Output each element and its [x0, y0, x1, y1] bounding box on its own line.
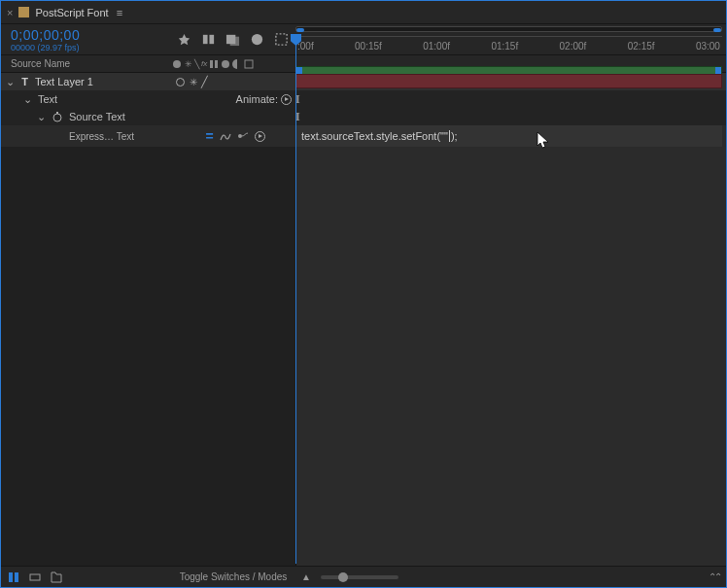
svg-rect-0 [203, 35, 208, 44]
time-ruler[interactable]: :00f 00:15f 01:00f 01:15f 02:00f 02:15f … [295, 24, 726, 55]
layer-switches[interactable]: ✳ ╱ [171, 73, 295, 90]
text-cursor [449, 130, 450, 142]
svg-point-9 [222, 60, 229, 68]
shy-switch-icon[interactable] [175, 77, 186, 87]
svg-rect-13 [56, 112, 58, 114]
expression-enable-icon[interactable]: = [205, 128, 213, 144]
svg-point-14 [238, 134, 242, 138]
close-tab-button[interactable]: × [7, 7, 13, 18]
composition-name[interactable]: PostScript Font [35, 7, 108, 18]
expression-row: Express… Text = text.sourceText.style.se… [1, 125, 726, 147]
text-property-label: Text [38, 93, 57, 105]
composition-tab-bar: × PostScript Font ≡ [1, 1, 726, 24]
motion-blur-icon[interactable] [225, 32, 240, 47]
switches-column-header: ✳╲ fx [171, 58, 295, 70]
frame-blend-icon[interactable] [201, 32, 216, 47]
animate-menu-button[interactable]: Animate: [236, 93, 292, 105]
3d-header-icon [244, 59, 254, 69]
expression-text-post: ); [451, 130, 458, 142]
time-ruler-ticks: :00f 00:15f 01:00f 01:15f 02:00f 02:15f … [295, 36, 722, 55]
svg-rect-8 [215, 60, 218, 68]
expression-graph-icon[interactable] [220, 130, 231, 142]
svg-rect-7 [210, 60, 213, 68]
time-navigator[interactable] [295, 26, 722, 32]
current-time-display[interactable]: 0;00;00;00 [11, 27, 161, 43]
shy-icon[interactable] [177, 32, 191, 47]
footer-toggle-icon-2[interactable] [28, 571, 42, 584]
svg-rect-16 [15, 572, 18, 582]
sourcetext-twirl-icon[interactable]: ⌄ [36, 112, 46, 121]
composition-icon [18, 7, 29, 17]
stopwatch-icon[interactable] [52, 111, 63, 122]
zoom-in-icon[interactable]: ⌃⌃ [709, 571, 720, 582]
render-queue-icon[interactable] [50, 571, 63, 584]
frame-blend-header-icon [209, 59, 219, 69]
zoom-out-icon[interactable]: ▲ [301, 571, 311, 582]
adjustment-header-icon [232, 59, 242, 69]
layer-duration-bar[interactable] [295, 74, 722, 88]
layer-row-text-layer-1[interactable]: ⌄ T Text Layer 1 ✳ ╱ [1, 73, 726, 90]
draft-3d-icon[interactable] [274, 32, 289, 47]
tab-menu-button[interactable]: ≡ [117, 7, 122, 18]
property-text-group: ⌄ Text Animate: I [1, 90, 726, 108]
text-layer-icon: T [18, 76, 31, 88]
layer-name[interactable]: Text Layer 1 [35, 76, 93, 87]
in-point-marker-icon: I [295, 110, 300, 124]
timeline-empty-area [1, 147, 726, 566]
source-text-label[interactable]: Source Text [69, 111, 125, 122]
svg-point-12 [53, 114, 61, 121]
animate-arrow-icon [281, 94, 292, 105]
text-twirl-icon[interactable]: ⌄ [22, 94, 32, 104]
svg-rect-5 [276, 34, 287, 45]
svg-rect-10 [245, 60, 253, 68]
svg-rect-1 [209, 35, 214, 44]
property-source-text: ⌄ Source Text I [1, 108, 726, 125]
footer-toggle-icon-1[interactable] [7, 571, 20, 584]
svg-rect-17 [30, 574, 40, 580]
expression-editor[interactable]: text.sourceText.style.setFont(""); [295, 125, 722, 147]
expression-language-menu-icon[interactable] [255, 131, 265, 142]
mouse-cursor-icon [537, 131, 550, 149]
frame-rate-display: 00000 (29.97 fps) [11, 43, 161, 52]
svg-rect-15 [9, 572, 13, 582]
timeline-header: 0;00;00;00 00000 (29.97 fps) :00f 00:15f… [1, 24, 726, 55]
svg-rect-3 [230, 37, 239, 46]
svg-point-11 [177, 78, 185, 86]
label-color-icon [171, 58, 183, 70]
in-point-marker-icon: I [295, 92, 300, 107]
expression-property-label: Express… Text [69, 131, 134, 142]
source-name-column[interactable]: Source Name [1, 58, 171, 69]
timeline-tool-icons [171, 32, 295, 47]
timeline-footer: Toggle Switches / Modes ▲ ⌃⌃ [1, 566, 726, 587]
layer-twirl-icon[interactable]: ⌄ [5, 77, 15, 86]
graph-editor-icon[interactable] [250, 32, 264, 47]
svg-point-4 [252, 34, 262, 45]
zoom-slider[interactable] [321, 575, 398, 579]
toggle-switches-modes-button[interactable]: Toggle Switches / Modes [171, 571, 295, 582]
svg-point-6 [173, 60, 181, 68]
expression-pickwhip-icon[interactable] [237, 130, 249, 142]
expression-text-pre: text.sourceText.style.setFont("" [301, 130, 448, 142]
motion-blur-header-icon [221, 59, 230, 69]
